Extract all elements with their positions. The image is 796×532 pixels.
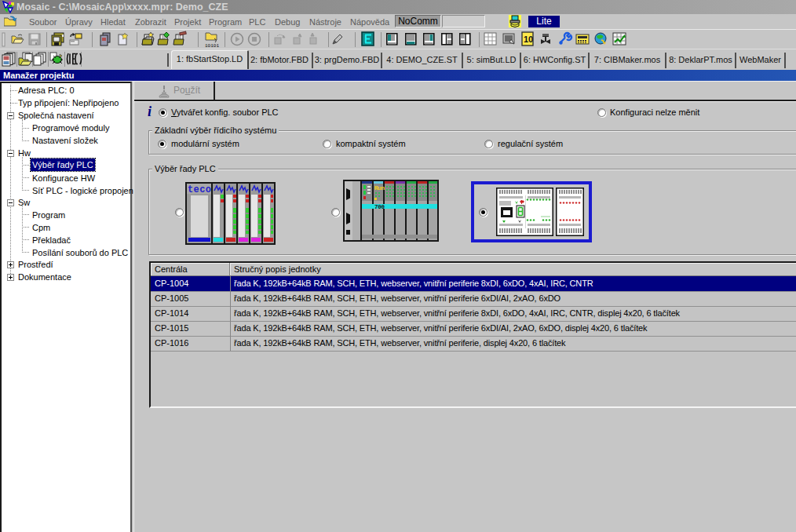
svg-text:teco: teco: [188, 184, 211, 195]
svg-text:10101: 10101: [205, 43, 219, 49]
svg-text:10: 10: [524, 35, 533, 44]
svg-text:700: 700: [374, 204, 385, 210]
svg-text:Run: Run: [374, 184, 385, 191]
